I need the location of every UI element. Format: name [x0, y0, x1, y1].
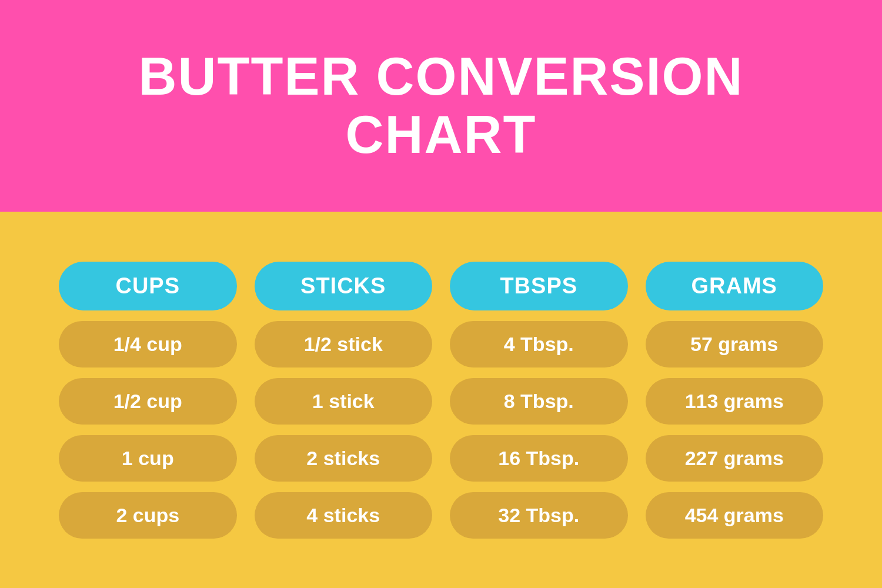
cell-tbsps-0: 4 Tbsp. — [450, 321, 628, 368]
cell-grams-0: 57 grams — [646, 321, 824, 368]
table-header-row: CUPS STICKS TBSPS GRAMS — [59, 262, 823, 310]
col-header-tbsps: TBSPS — [450, 262, 628, 310]
cell-sticks-1: 1 stick — [255, 378, 433, 425]
cell-sticks-0: 1/2 stick — [255, 321, 433, 368]
cell-grams-2: 227 grams — [646, 435, 824, 482]
cell-grams-3: 454 grams — [646, 492, 824, 539]
col-header-cups: CUPS — [59, 262, 237, 310]
header-section: BUTTER CONVERSION CHART — [0, 0, 882, 212]
title-line1: BUTTER CONVERSION — [138, 47, 743, 106]
cell-tbsps-1: 8 Tbsp. — [450, 378, 628, 425]
title-line2: CHART — [346, 105, 537, 164]
col-header-sticks: STICKS — [255, 262, 433, 310]
page-title: BUTTER CONVERSION CHART — [138, 48, 743, 164]
cell-sticks-3: 4 sticks — [255, 492, 433, 539]
cell-cups-3: 2 cups — [59, 492, 237, 539]
conversion-table: CUPS STICKS TBSPS GRAMS 1/4 cup 1/2 stic… — [59, 262, 823, 539]
cell-cups-0: 1/4 cup — [59, 321, 237, 368]
cell-tbsps-3: 32 Tbsp. — [450, 492, 628, 539]
col-header-grams: GRAMS — [646, 262, 824, 310]
cell-sticks-2: 2 sticks — [255, 435, 433, 482]
table-row: 1 cup 2 sticks 16 Tbsp. 227 grams — [59, 435, 823, 482]
table-row: 2 cups 4 sticks 32 Tbsp. 454 grams — [59, 492, 823, 539]
cell-tbsps-2: 16 Tbsp. — [450, 435, 628, 482]
cell-cups-1: 1/2 cup — [59, 378, 237, 425]
content-section: CUPS STICKS TBSPS GRAMS 1/4 cup 1/2 stic… — [0, 212, 882, 588]
cell-cups-2: 1 cup — [59, 435, 237, 482]
table-row: 1/4 cup 1/2 stick 4 Tbsp. 57 grams — [59, 321, 823, 368]
table-row: 1/2 cup 1 stick 8 Tbsp. 113 grams — [59, 378, 823, 425]
cell-grams-1: 113 grams — [646, 378, 824, 425]
